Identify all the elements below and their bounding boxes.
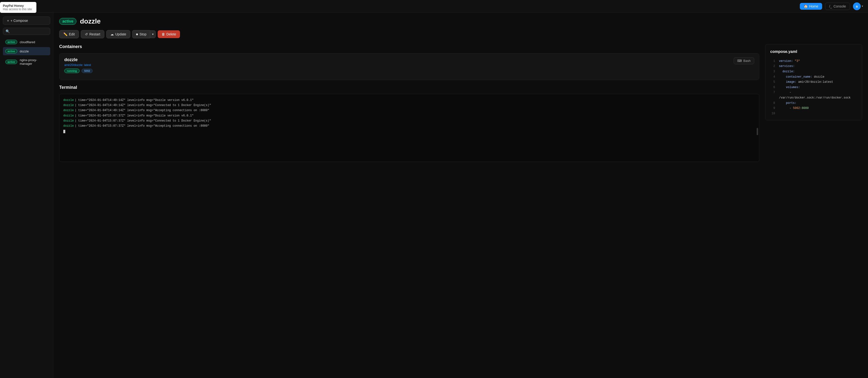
sidebar-item-dozzle[interactable]: active dozzle xyxy=(3,47,50,55)
sidebar-item-label-dozzle: dozzle xyxy=(20,50,29,53)
yaml-code-5: image: amir20/dozzle:latest xyxy=(779,80,833,85)
edit-button[interactable]: ✏️ Edit xyxy=(59,30,79,38)
stop-group: ■ Stop ▾ xyxy=(132,30,155,38)
yaml-num-2: 2 xyxy=(770,64,775,69)
sidebar-item-cloudflared[interactable]: active cloudflared xyxy=(3,38,50,46)
chevron-down-icon: ▾ xyxy=(862,5,863,8)
running-tag: running xyxy=(64,69,80,73)
topnav-right: 🏠 Home /_ Console a ▾ xyxy=(800,2,863,10)
update-label: Update xyxy=(115,32,126,36)
containers-title: Containers xyxy=(59,44,759,49)
search-bar: 🔍 xyxy=(3,28,50,35)
yaml-num-7: 7 xyxy=(770,90,775,100)
term-app-4: dozzle xyxy=(63,114,74,118)
sidebar-item-nginx[interactable]: active nginx-proxy-manager xyxy=(3,56,50,67)
chevron-down-icon: ▾ xyxy=(152,33,154,36)
compose-button[interactable]: + + Compose xyxy=(3,17,50,25)
main-layout: + + Compose 🔍 active cloudflared active … xyxy=(0,12,868,378)
term-text-2: | time="2024-01-04T14:49:14Z" level=info… xyxy=(75,103,211,108)
yaml-box: compose.yaml 1 version: "3" 2 services: … xyxy=(765,44,862,120)
yaml-line-10: 10 xyxy=(770,111,857,117)
stop-dropdown-button[interactable]: ▾ xyxy=(150,30,156,38)
user-menu[interactable]: a ▾ xyxy=(853,2,863,10)
yaml-num-10: 10 xyxy=(770,111,775,117)
action-bar: ✏️ Edit ↺ Restart ☁ Update ■ Stop ▾ xyxy=(59,30,862,38)
sidebar-item-label-nginx: nginx-proxy-manager xyxy=(20,58,48,65)
container-tags: running 5002 xyxy=(64,69,93,73)
bash-button[interactable]: ⌨ Bash xyxy=(734,57,754,64)
delete-icon: 🗑 xyxy=(161,32,165,36)
term-line-2: dozzle | time="2024-01-04T14:49:14Z" lev… xyxy=(63,103,755,108)
yaml-line-1: 1 version: "3" xyxy=(770,59,857,64)
container-name: dozzle xyxy=(64,57,93,62)
delete-button[interactable]: 🗑 Delete xyxy=(158,30,180,38)
yaml-line-3: 3 dozzle: xyxy=(770,69,857,74)
term-app-3: dozzle xyxy=(63,108,74,113)
home-icon: 🏠 xyxy=(804,4,808,8)
term-text-5: | time="2024-01-04T15:07:37Z" level=info… xyxy=(75,119,211,123)
terminal-title: Terminal xyxy=(59,85,759,90)
edit-label: Edit xyxy=(69,32,75,36)
search-input[interactable] xyxy=(12,30,48,33)
term-text-3: | time="2024-01-04T14:49:14Z" level=info… xyxy=(75,108,209,113)
terminal-icon: ⌨ xyxy=(737,59,742,63)
content: active dozzle ✏️ Edit ↺ Restart ☁ Update… xyxy=(53,12,868,378)
tooltip-access-text: Has access to this site xyxy=(3,7,33,11)
status-badge-nginx: active xyxy=(5,60,17,64)
compose-label: + Compose xyxy=(10,19,28,23)
yaml-num-5: 5 xyxy=(770,80,775,85)
terminal-box[interactable]: dozzle | time="2024-01-04T14:49:14Z" lev… xyxy=(59,94,759,162)
yaml-line-5: 5 image: amir20/dozzle:latest xyxy=(770,80,857,85)
console-button[interactable]: /_ Console xyxy=(825,3,850,10)
term-app-5: dozzle xyxy=(63,119,74,123)
stop-button[interactable]: ■ Stop xyxy=(132,30,150,38)
containers-section: Containers dozzle amir20/dozzle: latest … xyxy=(59,44,759,80)
container-image-tag: latest xyxy=(84,63,91,67)
term-text-4: | time="2024-01-04T15:07:37Z" level=info… xyxy=(75,114,194,118)
restart-icon: ↺ xyxy=(85,32,88,36)
home-button[interactable]: 🏠 Home xyxy=(800,3,822,10)
container-image-prefix: amir20/dozzle: xyxy=(64,63,84,67)
container-card: dozzle amir20/dozzle: latest running 500… xyxy=(59,53,759,80)
plus-icon: + xyxy=(7,19,9,23)
term-text-6: | time="2024-01-04T15:07:37Z" level=info… xyxy=(75,124,209,128)
status-badge-cloudflared: active xyxy=(5,40,17,44)
two-col-layout: Containers dozzle amir20/dozzle: latest … xyxy=(59,44,862,373)
edit-icon: ✏️ xyxy=(63,32,67,36)
term-app-2: dozzle xyxy=(63,103,74,108)
browser-tooltip: PayPal Honey Has access to this site xyxy=(0,2,36,13)
container-image: amir20/dozzle: latest xyxy=(64,63,93,67)
user-avatar: a xyxy=(853,2,861,10)
terminal-scrollbar[interactable] xyxy=(757,128,758,135)
yaml-num-9: 9 xyxy=(770,106,775,111)
delete-label: Delete xyxy=(166,32,176,36)
yaml-line-8: 8 ports: xyxy=(770,101,857,106)
term-line-3: dozzle | time="2024-01-04T14:49:14Z" lev… xyxy=(63,108,755,113)
page-header: active dozzle xyxy=(59,18,862,25)
yaml-code-4: container_name: dozzle xyxy=(779,74,824,80)
yaml-num-3: 3 xyxy=(770,69,775,74)
topnav: PayPal Honey Has access to this site D g… xyxy=(0,0,868,12)
update-button[interactable]: ☁ Update xyxy=(106,30,130,38)
term-line-1: dozzle | time="2024-01-04T14:49:14Z" lev… xyxy=(63,98,755,103)
sidebar: + + Compose 🔍 active cloudflared active … xyxy=(0,12,53,378)
terminal-section: Terminal dozzle | time="2024-01-04T14:49… xyxy=(59,85,759,373)
yaml-line-2: 2 services: xyxy=(770,64,857,69)
yaml-code-6: volumes: xyxy=(779,85,800,90)
yaml-code-9: - 5002:8080 xyxy=(779,106,809,111)
restart-button[interactable]: ↺ Restart xyxy=(81,30,104,38)
yaml-code-3: dozzle: xyxy=(779,69,795,74)
console-label: Console xyxy=(834,4,846,8)
restart-label: Restart xyxy=(89,32,100,36)
tooltip-site-name: PayPal Honey xyxy=(3,4,33,7)
yaml-num-6: 6 xyxy=(770,85,775,90)
left-col: Containers dozzle amir20/dozzle: latest … xyxy=(59,44,759,373)
port-tag: 5002 xyxy=(82,69,93,73)
yaml-line-7: 7 - /var/run/docker.sock:/var/run/docker… xyxy=(770,90,857,100)
stop-label: Stop xyxy=(140,32,147,36)
yaml-num-8: 8 xyxy=(770,101,775,106)
term-line-4: dozzle | time="2024-01-04T15:07:37Z" lev… xyxy=(63,114,755,118)
yaml-code-2: services: xyxy=(779,64,795,69)
status-badge-dozzle: active xyxy=(5,49,17,53)
yaml-num-4: 4 xyxy=(770,74,775,80)
